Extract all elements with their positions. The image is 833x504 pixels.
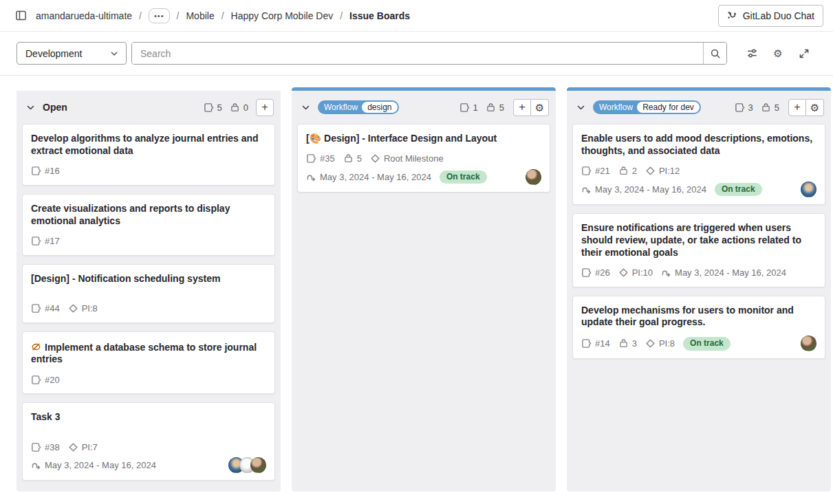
breadcrumb-separator: / xyxy=(139,10,142,21)
breadcrumb-separator: / xyxy=(177,10,180,21)
issue-card[interactable]: Develop algorithms to analyze journal en… xyxy=(22,124,275,186)
issue-card[interactable]: Task 3 #38 PI:7 May 3, 2024 - May 16, 20… xyxy=(22,402,275,481)
filtered-search xyxy=(131,42,727,65)
add-issue-button[interactable]: + xyxy=(513,99,531,116)
gear-icon: ⚙ xyxy=(810,102,819,113)
breadcrumb-separator: / xyxy=(221,10,224,21)
breadcrumb-subgroup[interactable]: Mobile xyxy=(186,10,214,21)
assignee-avatar[interactable] xyxy=(250,457,266,473)
issue-title[interactable]: [Design] - Notification scheduling syste… xyxy=(31,273,266,285)
expand-icon xyxy=(799,48,810,59)
breadcrumb-ellipsis-button[interactable]: ••• xyxy=(149,8,170,23)
issue-id: #17 xyxy=(45,236,60,246)
column-card-list: Enable users to add mood descriptions, e… xyxy=(572,124,825,359)
issue-title[interactable]: Develop mechanisms for users to monitor … xyxy=(581,305,816,329)
issue-id: #21 xyxy=(595,166,610,176)
issue-card[interactable]: Implement a database schema to store jou… xyxy=(22,331,275,395)
iteration-diamond-icon xyxy=(68,442,78,452)
add-issue-button[interactable]: + xyxy=(788,99,806,116)
assignee-avatars xyxy=(801,182,816,197)
weight-count: 5 xyxy=(499,102,504,113)
issue-card[interactable]: [🎨 Design] - Interface Design and Layout… xyxy=(297,124,550,193)
issue-type-icon xyxy=(31,375,41,385)
column-header: Open 5 0 + xyxy=(22,91,275,124)
health-status-badge: On track xyxy=(715,183,762,197)
issue-card[interactable]: [Design] - Notification scheduling syste… xyxy=(22,264,275,323)
search-button[interactable] xyxy=(703,43,726,64)
board-switcher-dropdown[interactable]: Development xyxy=(17,42,127,65)
board-column-open: Open 5 0 + Develop algorithms to analyze… xyxy=(17,87,281,492)
weight-icon xyxy=(618,338,629,349)
assignee-avatar[interactable] xyxy=(801,182,816,197)
column-scoped-label[interactable]: Workflow design xyxy=(318,100,399,114)
chevron-down-icon xyxy=(301,102,311,113)
iteration-diamond-icon xyxy=(370,153,380,164)
iteration-diamond-icon xyxy=(645,338,656,349)
breadcrumb-group[interactable]: amandarueda-ultimate xyxy=(36,10,132,21)
list-settings-button[interactable]: ⚙ xyxy=(806,99,824,116)
issue-title[interactable]: Develop algorithms to analyze journal en… xyxy=(31,133,266,157)
gear-icon: ⚙ xyxy=(773,47,782,60)
sidebar-toggle-button[interactable] xyxy=(11,6,30,25)
iteration-dates: May 3, 2024 - May 16, 2024 xyxy=(595,184,706,195)
issue-weight: 5 xyxy=(357,153,362,164)
confidential-eye-slash-icon xyxy=(31,342,41,352)
issue-title[interactable]: Ensure notifications are triggered when … xyxy=(581,222,816,259)
issue-card[interactable]: Ensure notifications are triggered when … xyxy=(572,213,825,287)
duo-chat-button[interactable]: GitLab Duo Chat xyxy=(718,5,823,27)
fullscreen-button[interactable] xyxy=(794,44,814,63)
column-card-list: Develop algorithms to analyze journal en… xyxy=(22,124,275,481)
issue-card[interactable]: Create visualizations and reports to dis… xyxy=(22,194,275,256)
assignee-avatar[interactable] xyxy=(801,336,816,351)
issue-id: #20 xyxy=(45,375,60,385)
iteration-label: PI:8 xyxy=(659,338,675,349)
assignee-avatar[interactable] xyxy=(526,169,541,185)
iteration-dates-icon xyxy=(581,184,592,195)
issue-title[interactable]: Task 3 xyxy=(31,411,266,424)
breadcrumb-current-page: Issue Boards xyxy=(349,10,410,21)
search-icon xyxy=(710,48,721,59)
board-column-workflow-design: Workflow design 1 5 + ⚙ [🎨 Design] - Int xyxy=(292,87,556,492)
column-header: Workflow design 1 5 + ⚙ xyxy=(297,91,550,124)
iteration-dates-icon xyxy=(31,460,41,470)
issue-title[interactable]: Implement a database schema to store jou… xyxy=(31,340,266,366)
issue-title[interactable]: Create visualizations and reports to dis… xyxy=(31,203,266,228)
iteration-dates-icon xyxy=(661,267,671,278)
add-issue-button[interactable]: + xyxy=(256,99,274,116)
issue-card[interactable]: Develop mechanisms for users to monitor … xyxy=(572,296,825,360)
board-column-workflow-ready-for-dev: Workflow Ready for dev 3 5 + ⚙ Enable us… xyxy=(567,87,831,492)
collapse-column-button[interactable] xyxy=(574,100,587,114)
gear-icon: ⚙ xyxy=(535,102,544,113)
label-value: design xyxy=(362,102,397,113)
iteration-diamond-icon xyxy=(618,267,629,278)
issue-id: #35 xyxy=(320,153,335,164)
breadcrumb-project[interactable]: Happy Corp Mobile Dev xyxy=(231,10,334,21)
issue-card[interactable]: Enable users to add mood descriptions, e… xyxy=(572,124,825,205)
board-filter-bar: Development ⚙ xyxy=(0,32,833,76)
iteration-dates: May 3, 2024 - May 16, 2024 xyxy=(675,267,786,278)
toggle-focus-sliders-button[interactable] xyxy=(742,44,761,63)
issue-weight: 2 xyxy=(632,166,637,176)
weight-count: 0 xyxy=(244,102,248,113)
collapse-column-button[interactable] xyxy=(23,100,37,114)
duo-chat-label: GitLab Duo Chat xyxy=(743,10,814,21)
column-scoped-label[interactable]: Workflow Ready for dev xyxy=(593,100,701,114)
column-title: Open xyxy=(43,102,67,113)
weight-icon xyxy=(486,102,496,113)
board-config-button[interactable]: ⚙ xyxy=(768,44,788,63)
list-settings-button[interactable]: ⚙ xyxy=(531,99,549,116)
issue-title[interactable]: [🎨 Design] - Interface Design and Layout xyxy=(306,133,541,145)
search-input[interactable] xyxy=(132,43,703,64)
weight-count: 5 xyxy=(775,102,779,113)
weight-icon xyxy=(761,102,771,113)
issue-type-icon xyxy=(581,166,592,176)
issue-title[interactable]: Enable users to add mood descriptions, e… xyxy=(581,133,816,157)
iteration-diamond-icon xyxy=(645,166,656,176)
assignee-avatars xyxy=(801,336,816,351)
collapse-column-button[interactable] xyxy=(299,100,312,114)
breadcrumb: amandarueda-ultimate / ••• / Mobile / Ha… xyxy=(36,8,410,23)
breadcrumb-bar: amandarueda-ultimate / ••• / Mobile / Ha… xyxy=(0,0,833,32)
iteration-dates: May 3, 2024 - May 16, 2024 xyxy=(320,172,431,182)
issue-id: #44 xyxy=(45,303,60,314)
breadcrumb-separator: / xyxy=(340,10,343,21)
